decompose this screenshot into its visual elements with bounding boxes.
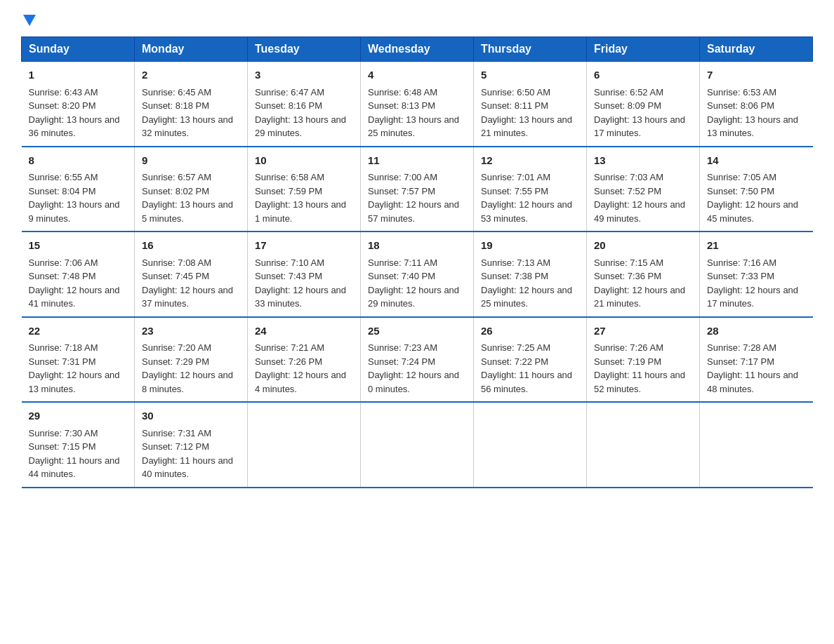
calendar-cell: 8Sunrise: 6:55 AMSunset: 8:04 PMDaylight… <box>22 147 135 232</box>
weekday-header-sunday: Sunday <box>22 37 135 62</box>
day-number: 8 <box>29 153 128 169</box>
calendar-cell <box>700 402 813 488</box>
day-info: Sunrise: 7:13 AMSunset: 7:38 PMDaylight:… <box>481 256 579 311</box>
day-info: Sunrise: 6:43 AMSunset: 8:20 PMDaylight:… <box>29 86 128 140</box>
day-info: Sunrise: 7:06 AMSunset: 7:48 PMDaylight:… <box>29 256 128 311</box>
day-number: 1 <box>29 67 128 83</box>
day-number: 30 <box>142 408 240 424</box>
day-number: 9 <box>142 153 240 169</box>
calendar-header: SundayMondayTuesdayWednesdayThursdayFrid… <box>22 37 813 62</box>
calendar-cell: 17Sunrise: 7:10 AMSunset: 7:43 PMDayligh… <box>248 232 361 317</box>
calendar-table: SundayMondayTuesdayWednesdayThursdayFrid… <box>21 36 813 488</box>
calendar-cell: 29Sunrise: 7:30 AMSunset: 7:15 PMDayligh… <box>22 402 135 488</box>
logo[interactable] <box>21 14 36 29</box>
day-number: 20 <box>594 238 692 254</box>
day-info: Sunrise: 7:00 AMSunset: 7:57 PMDaylight:… <box>368 170 466 225</box>
calendar-body: 1Sunrise: 6:43 AMSunset: 8:20 PMDaylight… <box>22 62 813 488</box>
calendar-cell: 6Sunrise: 6:52 AMSunset: 8:09 PMDaylight… <box>587 62 700 147</box>
calendar-week-row: 22Sunrise: 7:18 AMSunset: 7:31 PMDayligh… <box>22 317 813 403</box>
day-info: Sunrise: 7:03 AMSunset: 7:52 PMDaylight:… <box>594 170 692 225</box>
calendar-week-row: 15Sunrise: 7:06 AMSunset: 7:48 PMDayligh… <box>22 232 813 317</box>
calendar-cell: 9Sunrise: 6:57 AMSunset: 8:02 PMDaylight… <box>135 147 248 232</box>
calendar-cell: 7Sunrise: 6:53 AMSunset: 8:06 PMDaylight… <box>700 62 813 147</box>
day-number: 17 <box>255 238 353 254</box>
day-number: 15 <box>29 238 128 254</box>
calendar-cell: 30Sunrise: 7:31 AMSunset: 7:12 PMDayligh… <box>135 402 248 488</box>
day-number: 10 <box>255 153 353 169</box>
day-info: Sunrise: 6:57 AMSunset: 8:02 PMDaylight:… <box>142 170 240 225</box>
calendar-cell <box>587 402 700 488</box>
calendar-cell: 26Sunrise: 7:25 AMSunset: 7:22 PMDayligh… <box>474 317 587 403</box>
day-info: Sunrise: 7:16 AMSunset: 7:33 PMDaylight:… <box>707 256 806 311</box>
weekday-header-thursday: Thursday <box>474 37 587 62</box>
day-number: 28 <box>707 323 806 340</box>
calendar-cell: 16Sunrise: 7:08 AMSunset: 7:45 PMDayligh… <box>135 232 248 317</box>
day-info: Sunrise: 7:15 AMSunset: 7:36 PMDaylight:… <box>594 256 692 311</box>
day-number: 22 <box>29 323 128 340</box>
calendar-cell: 19Sunrise: 7:13 AMSunset: 7:38 PMDayligh… <box>474 232 587 317</box>
day-info: Sunrise: 6:58 AMSunset: 7:59 PMDaylight:… <box>255 170 353 225</box>
weekday-header-row: SundayMondayTuesdayWednesdayThursdayFrid… <box>22 37 813 62</box>
day-info: Sunrise: 7:25 AMSunset: 7:22 PMDaylight:… <box>481 341 579 396</box>
day-info: Sunrise: 7:20 AMSunset: 7:29 PMDaylight:… <box>142 341 240 396</box>
day-info: Sunrise: 6:47 AMSunset: 8:16 PMDaylight:… <box>255 86 353 140</box>
day-info: Sunrise: 7:31 AMSunset: 7:12 PMDaylight:… <box>142 427 240 481</box>
day-number: 27 <box>594 323 692 340</box>
calendar-cell: 27Sunrise: 7:26 AMSunset: 7:19 PMDayligh… <box>587 317 700 403</box>
calendar-cell: 11Sunrise: 7:00 AMSunset: 7:57 PMDayligh… <box>361 147 474 232</box>
page-header <box>21 14 813 29</box>
day-info: Sunrise: 6:53 AMSunset: 8:06 PMDaylight:… <box>707 86 806 140</box>
weekday-header-tuesday: Tuesday <box>248 37 361 62</box>
day-info: Sunrise: 7:30 AMSunset: 7:15 PMDaylight:… <box>29 427 128 481</box>
calendar-cell: 22Sunrise: 7:18 AMSunset: 7:31 PMDayligh… <box>22 317 135 403</box>
day-info: Sunrise: 7:05 AMSunset: 7:50 PMDaylight:… <box>707 170 806 225</box>
day-info: Sunrise: 7:21 AMSunset: 7:26 PMDaylight:… <box>255 341 353 396</box>
day-info: Sunrise: 7:18 AMSunset: 7:31 PMDaylight:… <box>29 341 128 396</box>
day-number: 16 <box>142 238 240 254</box>
weekday-header-friday: Friday <box>587 37 700 62</box>
day-number: 24 <box>255 323 353 340</box>
calendar-cell <box>248 402 361 488</box>
day-number: 4 <box>368 67 466 83</box>
day-number: 21 <box>707 238 806 254</box>
day-number: 6 <box>594 67 692 83</box>
calendar-cell: 3Sunrise: 6:47 AMSunset: 8:16 PMDaylight… <box>248 62 361 147</box>
day-number: 7 <box>707 67 806 83</box>
day-number: 23 <box>142 323 240 340</box>
calendar-cell: 14Sunrise: 7:05 AMSunset: 7:50 PMDayligh… <box>700 147 813 232</box>
day-info: Sunrise: 6:52 AMSunset: 8:09 PMDaylight:… <box>594 86 692 140</box>
day-info: Sunrise: 7:10 AMSunset: 7:43 PMDaylight:… <box>255 256 353 311</box>
weekday-header-saturday: Saturday <box>700 37 813 62</box>
day-number: 18 <box>368 238 466 254</box>
logo-arrow-icon <box>23 15 36 30</box>
calendar-cell: 5Sunrise: 6:50 AMSunset: 8:11 PMDaylight… <box>474 62 587 147</box>
calendar-cell: 21Sunrise: 7:16 AMSunset: 7:33 PMDayligh… <box>700 232 813 317</box>
calendar-cell: 24Sunrise: 7:21 AMSunset: 7:26 PMDayligh… <box>248 317 361 403</box>
calendar-week-row: 29Sunrise: 7:30 AMSunset: 7:15 PMDayligh… <box>22 402 813 488</box>
weekday-header-wednesday: Wednesday <box>361 37 474 62</box>
calendar-cell: 1Sunrise: 6:43 AMSunset: 8:20 PMDaylight… <box>22 62 135 147</box>
day-number: 26 <box>481 323 579 340</box>
day-info: Sunrise: 7:08 AMSunset: 7:45 PMDaylight:… <box>142 256 240 311</box>
calendar-cell: 10Sunrise: 6:58 AMSunset: 7:59 PMDayligh… <box>248 147 361 232</box>
calendar-cell <box>361 402 474 488</box>
calendar-cell: 23Sunrise: 7:20 AMSunset: 7:29 PMDayligh… <box>135 317 248 403</box>
calendar-cell <box>474 402 587 488</box>
day-info: Sunrise: 7:23 AMSunset: 7:24 PMDaylight:… <box>368 341 466 396</box>
day-number: 14 <box>707 153 806 169</box>
calendar-cell: 13Sunrise: 7:03 AMSunset: 7:52 PMDayligh… <box>587 147 700 232</box>
day-number: 11 <box>368 153 466 169</box>
calendar-week-row: 1Sunrise: 6:43 AMSunset: 8:20 PMDaylight… <box>22 62 813 147</box>
day-info: Sunrise: 7:01 AMSunset: 7:55 PMDaylight:… <box>481 170 579 225</box>
calendar-cell: 20Sunrise: 7:15 AMSunset: 7:36 PMDayligh… <box>587 232 700 317</box>
calendar-cell: 4Sunrise: 6:48 AMSunset: 8:13 PMDaylight… <box>361 62 474 147</box>
day-number: 3 <box>255 67 353 83</box>
day-info: Sunrise: 7:26 AMSunset: 7:19 PMDaylight:… <box>594 341 692 396</box>
day-info: Sunrise: 6:48 AMSunset: 8:13 PMDaylight:… <box>368 86 466 140</box>
calendar-cell: 28Sunrise: 7:28 AMSunset: 7:17 PMDayligh… <box>700 317 813 403</box>
day-info: Sunrise: 7:11 AMSunset: 7:40 PMDaylight:… <box>368 256 466 311</box>
calendar-cell: 2Sunrise: 6:45 AMSunset: 8:18 PMDaylight… <box>135 62 248 147</box>
svg-marker-0 <box>23 15 36 26</box>
day-number: 12 <box>481 153 579 169</box>
day-number: 29 <box>29 408 128 424</box>
